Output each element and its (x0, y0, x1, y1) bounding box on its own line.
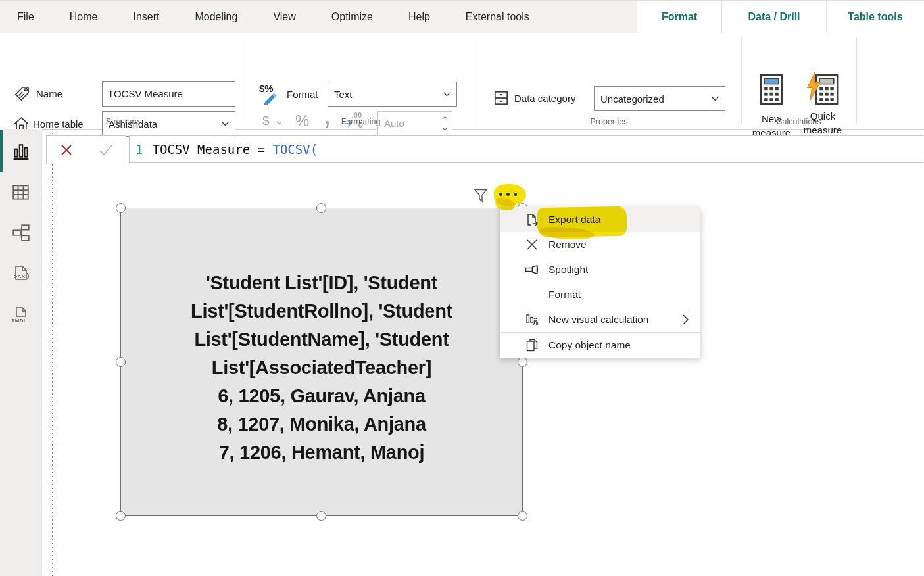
resize-handle-top-middle[interactable] (316, 203, 326, 213)
sidebar-item-model-view[interactable] (0, 220, 41, 246)
visual-calculation-icon (525, 313, 539, 327)
menu-item-label: Format (548, 289, 700, 300)
menu-item-copy-object-name[interactable]: Copy object name (500, 333, 700, 358)
tab-insert[interactable]: Insert (115, 1, 177, 34)
sidebar-item-dax-query-view[interactable]: DAX (0, 261, 41, 287)
more-options-ellipsis-icon (506, 193, 510, 196)
tab-table-tools[interactable]: Table tools (826, 1, 924, 34)
contextual-tabs: Format Data / Drill Table tools (637, 1, 924, 34)
tmdl-icon-label: TMDL (12, 318, 27, 324)
cancel-x-icon (59, 143, 74, 157)
group-separator (741, 37, 742, 124)
resize-handle-top-left[interactable] (116, 203, 126, 213)
menu-item-remove[interactable]: Remove (500, 232, 700, 257)
format-label: Format (287, 89, 318, 100)
menu-item-format[interactable]: Format (500, 282, 700, 307)
lightning-bolt-icon (806, 72, 823, 101)
menu-item-label: New visual calculation (548, 314, 683, 325)
filter-funnel-icon (473, 188, 489, 203)
data-category-label: Data category (514, 93, 575, 104)
formula-commit-buttons (46, 135, 126, 164)
ribbon-tab-bar: File Home Insert Modeling View Optimize … (0, 0, 924, 34)
more-options-ellipsis-icon (499, 193, 502, 196)
properties-group-label: Properties (477, 117, 741, 126)
dax-formula-bar[interactable]: 1TOCSV Measure = TOCSV( (129, 135, 923, 163)
data-category-icon (493, 89, 510, 107)
tab-view[interactable]: View (255, 1, 313, 34)
spotlight-flashlight-icon (525, 264, 539, 276)
resize-handle-bottom-middle[interactable] (316, 511, 326, 521)
formatting-group-label: Formatting (245, 117, 477, 126)
visual-options-context-menu: Export data Remove Spotlight Format New … (500, 207, 700, 358)
formula-code-text: TOCSV Measure = (152, 142, 272, 156)
tab-optimize[interactable]: Optimize (314, 1, 391, 34)
formula-line-number: 1 (135, 142, 143, 156)
new-measure-calculator-icon (760, 74, 783, 105)
resize-handle-bottom-left[interactable] (116, 511, 126, 521)
checkmark-icon (98, 143, 114, 156)
format-dollar-percent-icon: $% (259, 83, 283, 105)
menu-item-export-data[interactable]: Export data (500, 207, 700, 232)
cancel-formula-button[interactable] (47, 143, 86, 157)
visual-filter-button[interactable] (473, 188, 489, 206)
group-separator (245, 37, 245, 124)
dax-icon-label: DAX (14, 274, 26, 279)
card-visual-text: 'Student List'[ID], 'Student List'[Stude… (128, 269, 516, 467)
chevron-down-icon (712, 97, 719, 101)
tab-data-drill[interactable]: Data / Drill (721, 1, 826, 34)
tab-home[interactable]: Home (52, 1, 116, 34)
group-separator (856, 37, 857, 124)
view-switcher-sidebar: DAX TMDL (0, 129, 42, 576)
formula-code-keyword: TOCSV( (272, 142, 318, 156)
menu-item-label: Copy object name (548, 339, 700, 351)
report-view-icon (12, 142, 30, 160)
new-measure-button[interactable]: New measure (745, 74, 798, 139)
format-value: Text (334, 89, 353, 100)
group-separator (477, 37, 477, 124)
remove-x-icon (526, 239, 538, 251)
measure-name-field-wrap (102, 81, 235, 107)
menu-item-label: Spotlight (548, 264, 700, 276)
table-view-icon (12, 184, 30, 201)
chevron-down-icon (443, 92, 450, 97)
sidebar-item-tmdl-view[interactable]: TMDL (0, 302, 41, 329)
tab-external-tools[interactable]: External tools (448, 1, 547, 34)
copy-icon (525, 339, 539, 352)
menu-item-new-visual-calculation[interactable]: New visual calculation (500, 307, 700, 332)
commit-formula-button[interactable] (86, 143, 126, 156)
tab-format[interactable]: Format (637, 1, 721, 34)
tag-icon (13, 85, 31, 103)
submenu-chevron-right-icon (683, 314, 689, 325)
menu-item-spotlight[interactable]: Spotlight (500, 257, 700, 282)
model-view-icon (12, 224, 30, 242)
sidebar-item-table-view[interactable] (0, 179, 41, 205)
data-category-value: Uncategorized (600, 93, 664, 105)
tab-help[interactable]: Help (391, 1, 448, 34)
name-label: Name (36, 88, 62, 99)
calculations-group-label: Calculations (741, 117, 856, 126)
resize-handle-bottom-right[interactable] (518, 511, 527, 521)
card-visual[interactable]: 'Student List'[ID], 'Student List'[Stude… (120, 208, 523, 516)
canvas-gutter-dotted-line (52, 129, 53, 576)
resize-handle-middle-right[interactable] (518, 357, 527, 367)
tab-file[interactable]: File (0, 1, 52, 34)
measure-tools-ribbon: Name Home table Ashishdata Structure $% … (0, 33, 924, 130)
sidebar-item-report-view[interactable] (0, 138, 41, 164)
more-options-ellipsis-icon (514, 193, 517, 196)
quick-measure-button[interactable]: Quick measure (796, 74, 849, 137)
structure-group-label: Structure (0, 117, 245, 126)
visual-more-options-button[interactable] (499, 193, 517, 196)
measure-name-input[interactable] (103, 88, 235, 99)
tab-modeling[interactable]: Modeling (177, 1, 255, 34)
format-select[interactable]: Text (328, 82, 457, 107)
data-category-select[interactable]: Uncategorized (594, 86, 725, 111)
export-data-icon (525, 213, 539, 227)
resize-handle-middle-left[interactable] (116, 357, 126, 367)
menu-item-label: Remove (548, 239, 700, 251)
menu-item-label: Export data (548, 214, 700, 226)
